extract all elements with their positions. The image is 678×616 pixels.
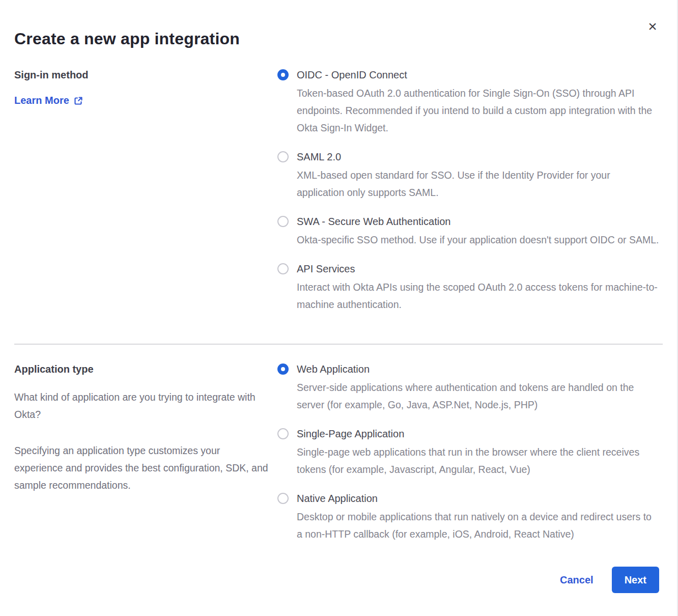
- learn-more-label: Learn More: [14, 95, 69, 106]
- application-type-left-column: Application type What kind of applicatio…: [14, 363, 277, 557]
- application-type-help-text: Specifying an application type customize…: [14, 442, 271, 494]
- radio-option-single-page-application[interactable]: Single-Page Application Single-page web …: [277, 428, 662, 478]
- radio-option-web-application[interactable]: Web Application Server-side applications…: [277, 363, 662, 413]
- close-button[interactable]: ×: [643, 17, 662, 36]
- external-link-icon: [74, 96, 83, 105]
- signin-method-section: Sign-in method Learn More OIDC - OpenID …: [0, 69, 677, 327]
- option-label-swa: SWA - Secure Web Authentication: [297, 215, 659, 228]
- next-button[interactable]: Next: [612, 567, 659, 593]
- signin-method-left-column: Sign-in method Learn More: [14, 69, 277, 327]
- option-label-saml: SAML 2.0: [297, 151, 659, 163]
- radio-button-single-page-application[interactable]: [277, 428, 289, 439]
- option-description-oidc: Token-based OAuth 2.0 authentication for…: [297, 85, 659, 136]
- radio-button-native-application[interactable]: [277, 493, 289, 504]
- application-type-question: What kind of application are you trying …: [14, 388, 271, 423]
- signin-method-options: OIDC - OpenID Connect Token-based OAuth …: [277, 69, 677, 327]
- radio-button-swa[interactable]: [277, 216, 289, 227]
- dialog-title: Create a new app integration: [0, 0, 677, 48]
- radio-option-native-application[interactable]: Native Application Desktop or mobile app…: [277, 492, 662, 543]
- radio-option-api-services[interactable]: API Services Interact with Okta APIs usi…: [277, 263, 662, 313]
- close-icon: ×: [648, 18, 657, 35]
- option-label-web-application: Web Application: [297, 363, 659, 375]
- option-description-web-application: Server-side applications where authentic…: [297, 379, 659, 413]
- application-type-options: Web Application Server-side applications…: [277, 363, 677, 557]
- option-label-api-services: API Services: [297, 263, 659, 275]
- radio-button-api-services[interactable]: [277, 263, 289, 274]
- radio-button-oidc[interactable]: [277, 69, 289, 80]
- radio-button-saml[interactable]: [277, 151, 289, 162]
- application-type-label: Application type: [14, 363, 271, 375]
- dialog-footer: Cancel Next: [560, 567, 659, 593]
- application-type-section: Application type What kind of applicatio…: [0, 363, 677, 557]
- radio-option-saml[interactable]: SAML 2.0 XML-based open standard for SSO…: [277, 151, 662, 201]
- cancel-button[interactable]: Cancel: [560, 574, 594, 586]
- option-description-api-services: Interact with Okta APIs using the scoped…: [297, 278, 659, 313]
- radio-option-oidc[interactable]: OIDC - OpenID Connect Token-based OAuth …: [277, 69, 662, 136]
- option-description-single-page-application: Single-page web applications that run in…: [297, 443, 659, 478]
- option-label-native-application: Native Application: [297, 492, 659, 505]
- radio-button-web-application[interactable]: [277, 363, 289, 375]
- option-label-single-page-application: Single-Page Application: [297, 428, 659, 440]
- section-divider: [14, 344, 663, 345]
- option-description-saml: XML-based open standard for SSO. Use if …: [297, 166, 659, 201]
- radio-option-swa[interactable]: SWA - Secure Web Authentication Okta-spe…: [277, 215, 662, 248]
- create-app-integration-dialog: × Create a new app integration Sign-in m…: [0, 0, 678, 616]
- learn-more-link[interactable]: Learn More: [14, 95, 83, 106]
- option-description-swa: Okta-specific SSO method. Use if your ap…: [297, 231, 659, 248]
- option-description-native-application: Desktop or mobile applications that run …: [297, 508, 659, 543]
- option-label-oidc: OIDC - OpenID Connect: [297, 69, 659, 81]
- signin-method-label: Sign-in method: [14, 69, 271, 81]
